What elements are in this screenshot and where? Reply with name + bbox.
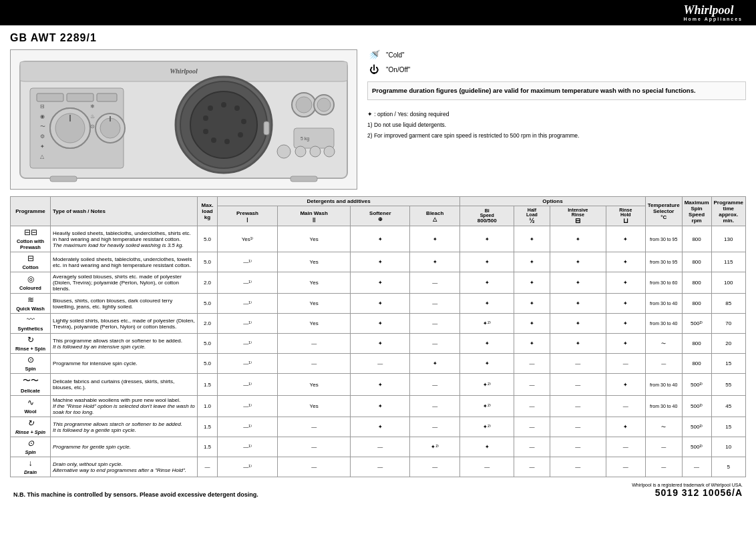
spinspeed-cell: 800 (682, 294, 711, 314)
spinspeed-cell: — (682, 457, 711, 477)
svg-point-31 (224, 139, 230, 144)
bispeed-cell: ✦ (460, 334, 514, 354)
notes-main: Drain only, without spin cycle. (53, 461, 195, 467)
note-2: 2) For improved garment care spin speed … (367, 131, 746, 140)
header-row-1: Programme Type of wash / Notes Max. load… (11, 197, 746, 206)
bleach-cell: — (410, 417, 460, 437)
halfload-cell: — (514, 437, 550, 457)
prog-icon: ⊙ (13, 439, 48, 448)
bispeed-cell: ✦²⁾ (460, 417, 514, 437)
spinspeed-cell: 800 (682, 252, 711, 272)
prog-cell: ⊙ Spin (11, 354, 51, 374)
bleach-cell: — (410, 314, 460, 334)
th-intensiverinse: Intensive Rinse ⊟ (550, 206, 606, 226)
notes-cell: Averagely soiled blouses, shirts etc. ma… (51, 272, 198, 294)
notes-cell: Delicate fabrics and curtains (dresses, … (51, 374, 198, 396)
intensiverinse-cell: — (550, 396, 606, 417)
load-cell: — (198, 457, 218, 477)
svg-point-27 (221, 102, 226, 107)
table-row: ◎ Coloured Averagely soiled blouses, shi… (11, 272, 746, 294)
svg-point-30 (238, 132, 243, 138)
prog-name: Drain (13, 469, 48, 475)
spinspeed-cell: 500²⁾ (682, 396, 711, 417)
notes-italic: If the "Rinse Hold" option is selected d… (53, 403, 195, 415)
intensiverinse-cell: ✦ (550, 294, 606, 314)
progtime-cell: 10 (711, 437, 745, 457)
temp-cell: from 30 to 95 (645, 252, 682, 272)
svg-text:⚙: ⚙ (40, 134, 45, 140)
halfload-cell: ✦ (514, 252, 550, 272)
bleach-cell: ✦ (410, 252, 460, 272)
svg-rect-35 (264, 121, 269, 135)
prewash-cell: —¹⁾ (218, 334, 278, 354)
programmes-table: Programme Type of wash / Notes Max. load… (10, 196, 746, 477)
load-cell: 2.0 (198, 314, 218, 334)
intensiverinse-cell: — (550, 457, 606, 477)
prewash-cell: —¹⁾ (218, 354, 278, 374)
onoff-label: "On/Off" (386, 66, 410, 73)
model-title: GB AWT 2289/1 (10, 32, 746, 44)
intensiverinse-cell: ✦ (550, 226, 606, 252)
load-cell: 5.0 (198, 226, 218, 252)
prog-name: Synthetics (13, 326, 48, 332)
mainwash-cell: Yes (277, 226, 350, 252)
prog-cell: ⊙ Spin (11, 437, 51, 457)
notes-cell: Programme for intensive spin cycle. (51, 354, 198, 374)
svg-rect-42 (50, 176, 77, 182)
symbols-box: 🚿 "Cold" ⏻ "On/Off" (367, 49, 746, 75)
svg-text:〜: 〜 (40, 123, 45, 129)
bispeed-cell: ✦ (460, 354, 514, 374)
notes-cell: Blouses, shirts, cotton blouses, dark co… (51, 294, 198, 314)
bleach-cell: — (410, 396, 460, 417)
onoff-icon: ⏻ (367, 64, 381, 75)
table-row: ⊙ Spin Programme for intensive spin cycl… (11, 354, 746, 374)
bispeed-cell: ✦ (460, 226, 514, 252)
bleach-cell: — (410, 294, 460, 314)
prog-icon: ∿ (13, 398, 48, 407)
softener-cell: — (351, 437, 410, 457)
halfload-cell: — (514, 417, 550, 437)
washer-image: Whirlpool ⊟ ◉ 〜 ⚙ ✦ △ ❄ ♨ (10, 49, 357, 190)
load-cell: 2.0 (198, 272, 218, 294)
notes-main: Delicate fabrics and curtains (dresses, … (53, 378, 195, 390)
logo-subtitle: Home Appliances (684, 17, 743, 21)
programme-info: Programme duration figures (guideline) a… (367, 81, 746, 100)
bispeed-cell: ✦²⁾ (460, 314, 514, 334)
intensiverinse-cell: ✦ (550, 272, 606, 294)
prog-cell: ↓ Drain (11, 457, 51, 477)
doc-number: 5019 312 10056/A (632, 487, 743, 498)
prog-cell: ◎ Coloured (11, 272, 51, 294)
cold-label: "Cold" (386, 51, 405, 59)
halfload-cell: — (514, 396, 550, 417)
mainwash-cell: — (277, 417, 350, 437)
cold-icon: 🚿 (367, 49, 381, 60)
softener-cell: ✦ (351, 226, 410, 252)
th-options-group: Options (460, 197, 646, 206)
halfload-cell: ✦ (514, 314, 550, 334)
spinspeed-cell: 500²⁾ (682, 417, 711, 437)
rinsehold-cell: ✦ (606, 417, 645, 437)
softener-cell: ✦ (351, 374, 410, 396)
svg-text:✦: ✦ (40, 144, 45, 150)
table-row: ⊟⊟ Cotton with Prewash Heavily soiled sh… (11, 226, 746, 252)
table-row: 〜〜 Delicate Delicate fabrics and curtain… (11, 374, 746, 396)
prewash-cell: —¹⁾ (218, 314, 278, 334)
progtime-cell: 100 (711, 272, 745, 294)
softener-cell: ✦ (351, 252, 410, 272)
notes-cell: Moderately soiled sheets, tablecloths, u… (51, 252, 198, 272)
notes-cell: Machine washable woollens with pure new … (51, 396, 198, 417)
table-row: 〰 Synthetics Lightly soiled shirts, blou… (11, 314, 746, 334)
notes-cell: This programme allows starch or softener… (51, 334, 198, 354)
prewash-cell: Yes¹⁾ (218, 226, 278, 252)
intensiverinse-cell: ✦ (550, 334, 606, 354)
table-row: ≋ Quick Wash Blouses, shirts, cotton blo… (11, 294, 746, 314)
softener-cell: ✦ (351, 314, 410, 334)
temp-cell: from 30 to 95 (645, 226, 682, 252)
svg-text:◉: ◉ (40, 113, 45, 119)
softener-cell: — (351, 354, 410, 374)
prog-icon: ≋ (13, 295, 48, 304)
notes-main: Averagely soiled blouses, shirts etc. ma… (53, 274, 195, 292)
softener-cell: — (351, 457, 410, 477)
svg-text:♨: ♨ (90, 113, 95, 119)
notes-italic: Alternative way to end programmes after … (53, 467, 195, 473)
